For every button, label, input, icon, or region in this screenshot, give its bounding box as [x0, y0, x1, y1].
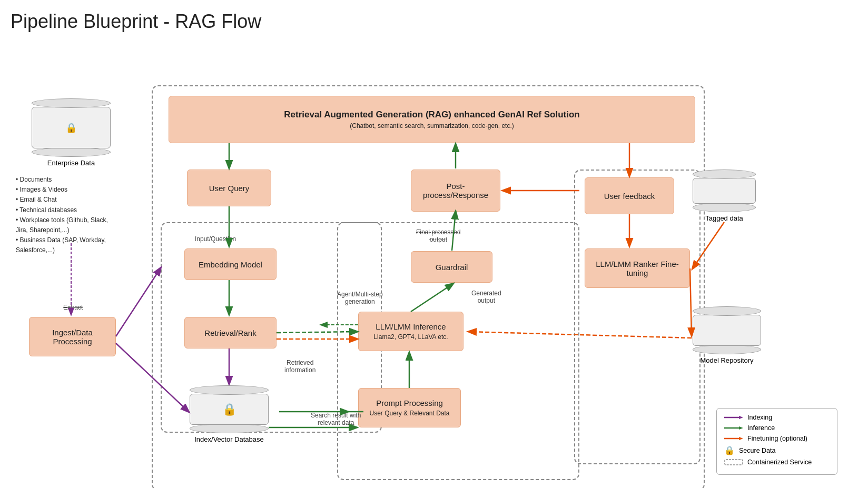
tagged-data-cylinder: Tagged data: [693, 170, 756, 222]
extract-label: Extract: [63, 304, 83, 311]
input-question-label: Input/Question: [195, 235, 236, 243]
embedding-model-box: Embedding Model: [184, 248, 277, 280]
legend-secure-data-label: Secure Data: [739, 447, 775, 454]
ingest-data-box: Ingest/Data Processing: [29, 317, 116, 356]
llm-inference-sub: Llama2, GPT4, LLaVA etc.: [373, 333, 448, 341]
legend-inference-label: Inference: [747, 424, 775, 432]
rag-solution-sub: (Chatbot, semantic search, summarization…: [350, 122, 514, 130]
search-result-label: Search result with relevant data: [311, 412, 361, 426]
generated-output-label: Generated output: [471, 290, 501, 304]
svg-rect-28: [725, 460, 743, 465]
svg-marker-27: [739, 437, 743, 440]
ingest-data-label: Ingest/Data Processing: [52, 328, 93, 346]
llm-inference-box: LLM/LMM Inference Llama2, GPT4, LLaVA et…: [358, 312, 463, 351]
index-vector-cylinder: 🔒 Index/Vector Database: [190, 385, 269, 443]
diagram: 🔒 Enterprise Data • Documents • Images &…: [11, 43, 843, 485]
page-title: Pipeline Blueprint - RAG Flow: [11, 11, 857, 33]
guardrail-box: Guardrail: [411, 251, 492, 283]
svg-marker-25: [739, 426, 743, 430]
user-query-box: User Query: [187, 170, 271, 206]
legend-containerized-label: Containerized Service: [747, 459, 812, 466]
svg-marker-23: [739, 416, 743, 419]
rag-solution-label: Retrieval Augmented Generation (RAG) enh…: [284, 109, 579, 120]
retrieval-rank-label: Retrieval/Rank: [204, 328, 256, 337]
enterprise-data-list: • Documents • Images & Videos • Email & …: [16, 175, 121, 256]
legend-inference: Inference: [724, 424, 830, 432]
retrieval-rank-box: Retrieval/Rank: [184, 317, 277, 348]
model-repository-label: Model Repository: [700, 356, 753, 364]
enterprise-data-label: Enterprise Data: [47, 159, 95, 167]
legend-containerized: Containerized Service: [724, 459, 830, 466]
user-feedback-box: User feedback: [585, 177, 674, 214]
llm-ranker-label: LLM/LMM Ranker Fine- tuning: [596, 260, 679, 277]
enterprise-data-cylinder: 🔒 Enterprise Data: [32, 98, 111, 167]
model-repository-cylinder: Model Repository: [693, 306, 761, 364]
agent-multistep-label: Agent/Multi-step generation: [337, 291, 383, 305]
legend-finetuning-label: Finetuning (optional): [747, 435, 807, 442]
post-process-box: Post- process/Response: [411, 170, 500, 212]
user-query-label: User Query: [209, 184, 250, 193]
legend-indexing: Indexing: [724, 414, 830, 421]
llm-ranker-box: LLM/LMM Ranker Fine- tuning: [585, 248, 690, 288]
rag-solution-box: Retrieval Augmented Generation (RAG) enh…: [169, 96, 695, 143]
llm-inference-label: LLM/LMM Inference: [376, 322, 446, 331]
index-vector-label: Index/Vector Database: [194, 435, 264, 443]
legend: Indexing Inference Finetuning (optional)…: [716, 408, 837, 475]
legend-finetuning: Finetuning (optional): [724, 435, 830, 442]
retrieved-info-label: Retrieved information: [284, 359, 315, 374]
legend-secure-data: 🔒 Secure Data: [724, 445, 830, 455]
prompt-processing-sub: User Query & Relevant Data: [369, 410, 449, 417]
user-feedback-label: User feedback: [604, 192, 655, 201]
legend-indexing-label: Indexing: [747, 414, 772, 421]
prompt-processing-label: Prompt Processing: [376, 399, 443, 407]
final-output-label: Final processed output: [416, 228, 461, 243]
embedding-model-label: Embedding Model: [199, 260, 262, 269]
guardrail-label: Guardrail: [436, 263, 468, 272]
post-process-label: Post- process/Response: [423, 182, 488, 200]
prompt-processing-box: Prompt Processing User Query & Relevant …: [358, 388, 461, 427]
tagged-data-label: Tagged data: [705, 214, 743, 222]
